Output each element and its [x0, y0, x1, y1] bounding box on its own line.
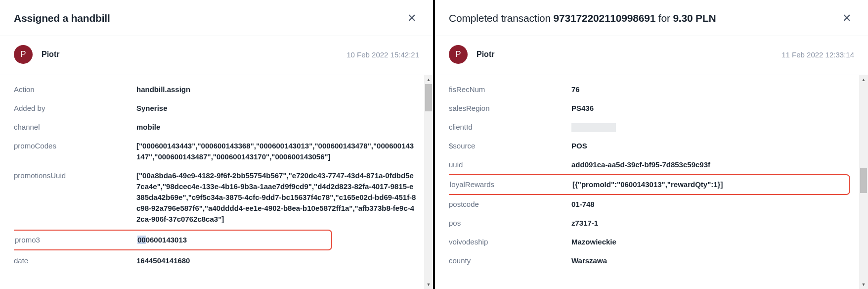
row-county: county Warszawa [449, 251, 856, 270]
avatar[interactable]: P [449, 45, 468, 64]
row-client-id: clientId [449, 118, 856, 137]
right-body: fisRecNum 76 salesRegion PS436 clientId … [435, 75, 868, 289]
left-header: Assigned a handbill ✕ [0, 0, 433, 36]
scrollbar[interactable]: ▲ ▼ [859, 75, 868, 289]
row-action: Action handbill.assign [14, 80, 421, 99]
value: Warszawa [571, 255, 856, 266]
row-voivodeship: voivodeship Mazowieckie [449, 233, 856, 251]
avatar[interactable]: P [14, 45, 33, 64]
value: Mazowieckie [571, 237, 856, 247]
key: date [14, 255, 136, 266]
left-body: Action handbill.assign Added by Synerise… [0, 75, 433, 289]
timestamp: 11 Feb 2022 12:33:14 [781, 50, 854, 59]
key: channel [14, 122, 136, 133]
scrollbar-track[interactable] [859, 84, 868, 280]
key: uuid [449, 159, 571, 170]
value [571, 122, 856, 133]
close-icon[interactable]: ✕ [404, 11, 419, 26]
value: PS436 [571, 103, 856, 114]
key: $source [449, 141, 571, 151]
scrollbar[interactable]: ▲ ▼ [424, 75, 433, 289]
scroll-up-icon[interactable]: ▲ [859, 75, 868, 84]
row-date: date 1644504141680 [14, 251, 421, 270]
row-uuid: uuid add091ca-aa5d-39cf-bf95-7d853c59c93… [449, 155, 856, 174]
value: ["000600143443","000600143368","00060014… [136, 141, 421, 162]
row-promo-codes: promoCodes ["000600143443","000600143368… [14, 137, 421, 166]
value: 01-748 [571, 199, 856, 210]
right-user-bar: P Piotr 11 Feb 2022 12:33:14 [435, 36, 868, 75]
key: postcode [449, 199, 571, 210]
key: Action [14, 84, 136, 95]
value: 76 [571, 84, 856, 95]
row-pos: pos z7317-1 [449, 214, 856, 233]
right-scroll-area[interactable]: fisRecNum 76 salesRegion PS436 clientId … [449, 75, 856, 289]
key: promoCodes [14, 141, 136, 151]
value: add091ca-aa5d-39cf-bf95-7d853c59c93f [571, 159, 856, 170]
left-user-bar: P Piotr 10 Feb 2022 15:42:21 [0, 36, 433, 75]
scrollbar-track[interactable] [424, 84, 433, 280]
row-added-by: Added by Synerise [14, 99, 421, 118]
value: z7317-1 [571, 218, 856, 229]
scroll-up-icon[interactable]: ▲ [424, 75, 433, 84]
timestamp: 10 Feb 2022 15:42:21 [347, 50, 419, 59]
row-promotions-uuid: promotionsUuid ["00a8bda6-49e9-4182-9f6f… [14, 166, 421, 229]
right-panel: Completed transaction 973172202110998691… [435, 0, 868, 289]
left-scroll-area[interactable]: Action handbill.assign Added by Synerise… [14, 75, 421, 289]
text-selection: 00 [137, 236, 146, 244]
key: Added by [14, 103, 136, 114]
key: county [449, 255, 571, 266]
value: [{"promoId":"0600143013","rewardQty":1}] [572, 179, 849, 190]
key: promo3 [15, 235, 137, 245]
right-header: Completed transaction 973172202110998691… [435, 0, 868, 36]
key: promotionsUuid [14, 170, 136, 181]
right-title: Completed transaction 973172202110998691… [449, 12, 716, 24]
key: voivodeship [449, 237, 571, 247]
left-panel: Assigned a handbill ✕ P Piotr 10 Feb 202… [0, 0, 433, 289]
scroll-down-icon[interactable]: ▼ [859, 280, 868, 289]
key: fisRecNum [449, 84, 571, 95]
scrollbar-thumb[interactable] [425, 84, 432, 111]
row-channel: channel mobile [14, 118, 421, 137]
username: Piotr [477, 50, 494, 59]
value: POS [571, 141, 856, 151]
key: clientId [449, 122, 571, 133]
scrollbar-thumb[interactable] [860, 168, 867, 193]
row-sales-region: salesRegion PS436 [449, 99, 856, 118]
value: ["00a8bda6-49e9-4182-9f6f-2bb55754b567",… [136, 170, 421, 225]
row-fisrecnum: fisRecNum 76 [449, 80, 856, 99]
redacted-value [571, 123, 616, 132]
row-promo3-highlighted: promo3 000600143013 [14, 230, 332, 250]
key: salesRegion [449, 103, 571, 114]
value: 000600143013 [137, 235, 331, 245]
scroll-down-icon[interactable]: ▼ [424, 280, 433, 289]
key: loyalRewards [450, 179, 572, 190]
value: handbill.assign [136, 84, 421, 95]
close-icon[interactable]: ✕ [839, 11, 854, 26]
row-loyal-rewards-highlighted: loyalRewards [{"promoId":"0600143013","r… [449, 174, 850, 195]
row-source: $source POS [449, 137, 856, 155]
left-title: Assigned a handbill [14, 12, 110, 24]
value: 1644504141680 [136, 255, 421, 266]
username: Piotr [42, 50, 59, 59]
value: mobile [136, 122, 421, 133]
value: Synerise [136, 103, 421, 114]
row-postcode: postcode 01-748 [449, 195, 856, 214]
key: pos [449, 218, 571, 229]
